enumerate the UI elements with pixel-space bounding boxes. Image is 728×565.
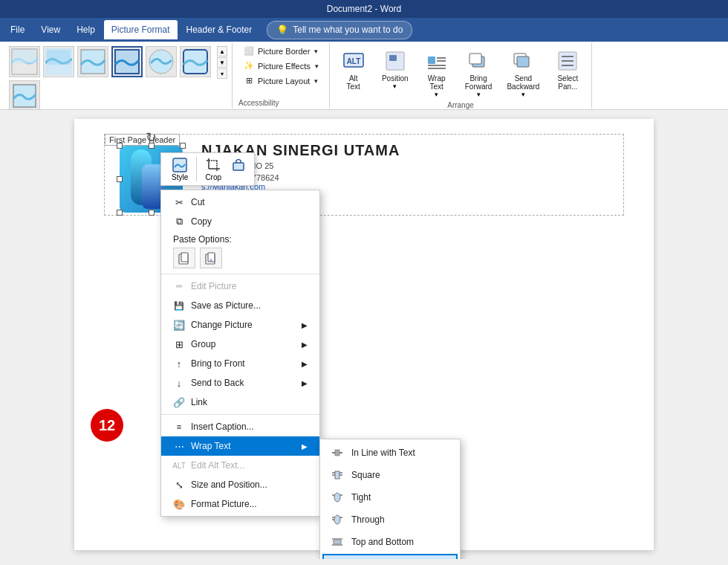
ctx-change-picture[interactable]: 🔄 Change Picture ▶: [161, 315, 319, 335]
ctx-save-as-picture[interactable]: 💾 Save as Picture...: [161, 296, 319, 315]
paste-icon-2[interactable]: A: [200, 248, 222, 268]
square-icon: [331, 468, 344, 482]
wrap-dropdown[interactable]: ▾: [435, 91, 438, 98]
effects-dropdown[interactable]: ▾: [315, 62, 319, 70]
step-circle: 12: [91, 409, 123, 442]
size-icon: ⤡: [173, 479, 185, 491]
handle-bl[interactable]: [117, 210, 123, 216]
menu-item-header-footer[interactable]: Header & Footer: [179, 20, 260, 39]
position-btn[interactable]: Position ▾: [376, 45, 415, 93]
company-fax: 62 FAX (021) 778624: [201, 173, 616, 182]
border-dropdown[interactable]: ▾: [314, 48, 318, 55]
paste-icon-1[interactable]: [173, 248, 195, 268]
menu-bar: File View Help Picture Format Header & F…: [0, 18, 728, 42]
svg-rect-33: [181, 253, 188, 262]
title-text: Document2 - Word: [327, 4, 401, 14]
picture-border-btn[interactable]: ⬜ Picture Border ▾: [238, 45, 323, 57]
scroll-expand[interactable]: ▾: [217, 68, 227, 79]
sub-inline[interactable]: In Line with Text: [320, 442, 460, 464]
handle-tr[interactable]: [180, 143, 186, 149]
ctx-format-picture[interactable]: 🎨 Format Picture...: [161, 494, 319, 514]
top-bottom-icon: [331, 535, 344, 549]
menu-item-help[interactable]: Help: [69, 20, 103, 39]
wrap-arrow: ▶: [302, 442, 308, 451]
handle-tm[interactable]: [149, 143, 155, 149]
handle-ml[interactable]: [117, 176, 123, 182]
accessibility-label: Accessibility: [238, 99, 323, 107]
wrap-text-submenu: In Line with Text Square Tight Through: [319, 439, 461, 559]
menu-item-view[interactable]: View: [33, 20, 68, 39]
selection-pane-btn[interactable]: Select Pan...: [548, 45, 587, 94]
border-icon: ⬜: [243, 46, 255, 56]
group-arrow: ▶: [302, 340, 308, 349]
tell-me-box[interactable]: 💡 Tell me what you want to do: [267, 21, 412, 39]
wrap-text-btn[interactable]: Wrap Text ▾: [417, 45, 456, 101]
svg-text:A: A: [209, 258, 212, 262]
sub-top-bottom[interactable]: Top and Bottom: [320, 531, 460, 553]
bring-icon: ↑: [173, 358, 185, 369]
format-icon: 🎨: [173, 498, 185, 510]
ctx-copy[interactable]: ⧉ Copy: [161, 212, 319, 231]
pic-style-2[interactable]: [43, 46, 74, 77]
svg-rect-21: [517, 56, 529, 67]
sub-behind-text[interactable]: Behind Text: [322, 554, 458, 559]
picture-effects-btn[interactable]: ✨ Picture Effects ▾: [238, 59, 323, 72]
bring-arrow: ▶: [302, 360, 308, 368]
svg-point-44: [334, 493, 340, 502]
ctx-edit-alt-text[interactable]: ALT Edit Alt Text...: [161, 456, 319, 475]
through-icon: [331, 513, 344, 526]
wrap-text-label: Wrap Text: [428, 74, 446, 91]
pic-style-5[interactable]: [146, 46, 177, 77]
ctx-size-position[interactable]: ⤡ Size and Position...: [161, 475, 319, 494]
selection-pane-label: Select Pan...: [557, 74, 578, 91]
send-backward-label: Send Backward: [507, 74, 539, 91]
pic-style-6[interactable]: [180, 46, 211, 77]
alt-text-btn[interactable]: ALT Alt Text: [334, 45, 373, 94]
ctx-group[interactable]: ⊞ Group ▶: [161, 335, 319, 354]
pic-style-3[interactable]: [77, 46, 108, 77]
float-extra-btn[interactable]: x: [227, 155, 250, 183]
pic-style-4[interactable]: [111, 46, 143, 77]
ribbon-group-picture-styles: ▲ ▼ ▾ Picture Styles: [3, 43, 233, 109]
send-dropdown[interactable]: ▾: [521, 91, 525, 98]
bring-forward-btn[interactable]: Bring Forward ▾: [459, 45, 498, 101]
menu-item-picture-format[interactable]: Picture Format: [104, 20, 178, 39]
sub-through[interactable]: Through: [320, 508, 460, 531]
position-label: Position: [382, 74, 409, 83]
paste-icons-row: A: [173, 248, 308, 268]
float-style-btn[interactable]: Style: [166, 155, 194, 183]
send-arrow: ▶: [302, 379, 308, 387]
sub-tight[interactable]: Tight: [320, 486, 460, 508]
send-backward-btn[interactable]: Send Backward ▾: [501, 45, 545, 101]
ctx-cut[interactable]: ✂ Cut: [161, 193, 319, 212]
ribbon-group-effects: ⬜ Picture Border ▾ ✨ Picture Effects ▾ ⊞…: [233, 43, 330, 109]
ctx-send-to-back[interactable]: ↓ Send to Back ▶: [161, 373, 319, 393]
float-crop-btn[interactable]: Crop: [199, 155, 227, 183]
ctx-bring-to-front[interactable]: ↑ Bring to Front ▶: [161, 354, 319, 373]
change-pic-arrow: ▶: [302, 321, 308, 329]
ctx-edit-picture[interactable]: ✏ Edit Picture: [161, 277, 319, 296]
ctx-link[interactable]: 🔗 Link: [161, 393, 319, 412]
context-menu: ✂ Cut ⧉ Copy Paste Options: A: [160, 190, 320, 517]
svg-text:ALT: ALT: [346, 57, 360, 65]
scroll-up[interactable]: ▲: [217, 46, 227, 56]
layout-dropdown[interactable]: ▾: [314, 77, 318, 85]
svg-rect-1: [13, 50, 36, 63]
sub-square[interactable]: Square: [320, 464, 460, 486]
position-dropdown[interactable]: ▾: [393, 83, 397, 90]
sep2: [161, 414, 319, 415]
handle-tl[interactable]: [117, 143, 123, 149]
svg-rect-19: [469, 54, 481, 64]
picture-layout-btn[interactable]: ⊞ Picture Layout ▾: [238, 74, 323, 87]
ctx-wrap-text[interactable]: ⋯ Wrap Text ▶: [161, 436, 319, 456]
svg-point-47: [334, 515, 340, 524]
bring-dropdown[interactable]: ▾: [477, 91, 481, 98]
menu-item-file[interactable]: File: [3, 20, 32, 39]
title-bar: Document2 - Word: [0, 0, 728, 18]
handle-bm[interactable]: [149, 210, 155, 216]
scroll-down[interactable]: ▼: [217, 57, 227, 68]
pic-style-7[interactable]: [9, 80, 40, 110]
paste-options-label: Paste Options:: [173, 234, 308, 245]
ctx-insert-caption[interactable]: ≡ Insert Caption...: [161, 417, 319, 436]
pic-style-1[interactable]: [9, 46, 40, 77]
